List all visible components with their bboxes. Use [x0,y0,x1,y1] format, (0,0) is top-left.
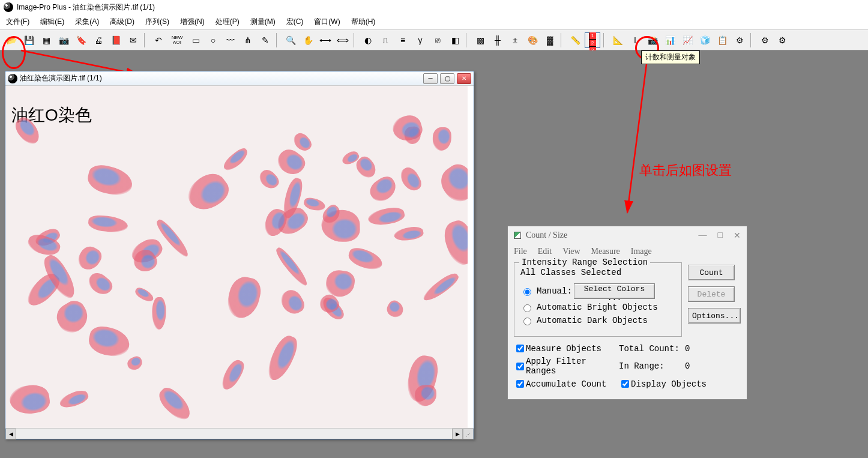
dialog-menu-measure[interactable]: Measure [591,247,620,256]
print-icon[interactable]: 🖨 [91,32,106,48]
menu-acquire[interactable]: 采集(A) [75,17,99,27]
bw-icon[interactable]: ▓ [542,32,558,48]
histogram-icon[interactable]: 📊 [662,32,678,48]
cell-blob [421,271,462,305]
dialog-menu-view[interactable]: View [562,247,580,256]
wand-icon[interactable]: ⋔ [240,32,256,48]
cell-blob [433,127,451,151]
dialog-menu-edit[interactable]: Edit [538,247,552,256]
undo-icon[interactable]: ↶ [151,32,166,48]
menu-window[interactable]: 窗口(W) [314,17,340,27]
ruler-v-icon[interactable]: ⟺ [335,32,351,48]
radio-auto-dark-label: Automatic Dark Objects [537,316,648,325]
radio-auto-dark[interactable] [523,318,531,325]
radio-auto-bright[interactable] [523,304,531,312]
macro3-icon[interactable]: ⚙ [774,32,790,48]
svg-line-1 [627,59,647,212]
count-button[interactable]: Count [688,265,735,280]
tag-icon[interactable]: 🔖 [73,32,89,48]
delete-button[interactable]: Delete [688,286,735,302]
dialog-titlebar[interactable]: Count / Size ― □ ✕ [508,226,747,244]
menu-advanced[interactable]: 高级(D) [110,17,134,27]
scale-icon[interactable]: 📐 [610,32,625,48]
menu-sequence[interactable]: 序列(S) [145,17,169,27]
options-button[interactable]: Options... [688,308,741,324]
annotation-circle-open [2,36,26,69]
count-size-icon[interactable]: 123 [585,32,600,48]
menu-help[interactable]: 帮助(H) [351,17,376,27]
calib-icon[interactable]: ╫ [490,32,505,48]
rect-icon[interactable]: ▭ [188,32,203,48]
circle-icon[interactable]: ○ [205,32,221,48]
cell-blob [435,160,468,207]
menu-macro[interactable]: 宏(C) [286,17,304,27]
dialog-menu-image[interactable]: Image [631,247,652,256]
radio-manual-label: Manual: [537,286,570,296]
menu-measure[interactable]: 测量(M) [250,17,276,27]
check-display-objects-label: Display Objects [631,379,707,389]
check-measure-objects[interactable] [516,345,524,352]
check-display-objects[interactable] [621,380,629,388]
dialog-close-button[interactable]: ✕ [734,231,741,241]
levels-icon[interactable]: ⎍ [378,32,393,48]
minimize-button[interactable]: ─ [423,73,438,84]
select-colors-button[interactable]: Select Colors ... [574,283,655,299]
cell-blob [264,333,301,384]
book-icon[interactable]: 📕 [108,32,124,48]
menu-file[interactable]: 文件(F) [6,17,29,27]
scroll-left-icon[interactable]: ◀ [5,429,16,439]
macro1-icon[interactable]: ⚙ [732,32,747,48]
cell-blob [273,246,311,289]
macro2-icon[interactable]: ⚙ [757,32,773,48]
new-aoi-icon[interactable]: NEWAOI [168,32,186,48]
cell-blob [152,297,166,330]
xy-icon[interactable]: ± [507,32,523,48]
cell-blob [8,383,51,417]
grid2-icon[interactable]: ▩ [472,32,488,48]
report-icon[interactable]: 📋 [714,32,730,48]
cell-blob [367,205,406,228]
menu-edit[interactable]: 编辑(E) [40,17,64,27]
intensity-range-fieldset: Intensity Range Selection All Classes Se… [514,262,682,337]
invert-icon[interactable]: ◧ [447,32,463,48]
palette-icon[interactable]: 🎨 [525,32,540,48]
menu-process[interactable]: 处理(P) [215,17,240,27]
dialog-maximize-button[interactable]: □ [718,231,723,240]
cell-blob [88,214,128,234]
grid-icon[interactable]: ▦ [38,32,54,48]
cell-blob [277,286,307,318]
check-accumulate[interactable] [516,380,524,388]
scroll-right-icon[interactable]: ▶ [452,429,463,439]
annotation-text-click: 单击后如图设置 [639,161,732,179]
equalize-icon[interactable]: ≡ [395,32,411,48]
check-apply-filter[interactable] [516,363,524,370]
in-range-value: 0 [685,361,690,371]
cell-blob [52,297,93,338]
dialog-title: Count / Size [526,231,699,240]
radio-manual[interactable] [523,288,531,296]
dialog-minimize-button[interactable]: ― [699,231,707,240]
profile-icon[interactable]: 📈 [680,32,695,48]
3d-icon[interactable]: 🧊 [697,32,713,48]
ruler-h-icon[interactable]: ⟷ [318,32,333,48]
menu-enhance[interactable]: 增强(N) [180,17,205,27]
app-title: Image-Pro Plus - 油红染色演示图片.tif (1/1) [17,2,155,13]
radio-auto-bright-label: Automatic Bright Objects [537,303,658,312]
image-viewport[interactable]: 油红O染色 [5,86,468,428]
marker-icon[interactable]: ✎ [258,32,273,48]
image-scrollbar-h[interactable]: ◀ ▶ ⋰ [5,428,474,439]
measure-icon[interactable]: 📏 [567,32,583,48]
hand-icon[interactable]: ✋ [300,32,316,48]
maximize-button[interactable]: ▢ [440,73,454,84]
mail-icon[interactable]: ✉ [125,32,141,48]
close-button[interactable]: ✕ [457,73,471,84]
filter-icon[interactable]: ⎚ [430,32,445,48]
dialog-menu-file[interactable]: File [514,247,527,256]
camera-icon[interactable]: 📷 [56,32,71,48]
zoom-icon[interactable]: 🔍 [283,32,298,48]
in-range-label: In Range: [619,361,685,371]
gamma-icon[interactable]: γ [412,32,428,48]
contrast-icon[interactable]: ◐ [360,32,376,48]
freehand-icon[interactable]: 〰 [223,32,238,48]
scroll-grip-icon[interactable]: ⋰ [463,429,474,439]
